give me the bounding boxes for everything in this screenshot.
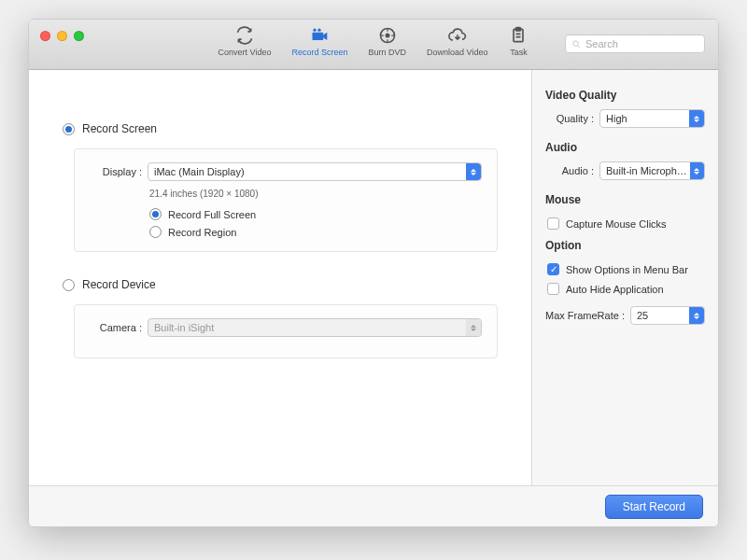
- max-framerate-value: 25: [637, 310, 648, 321]
- checkbox-icon[interactable]: [547, 283, 559, 295]
- tab-task[interactable]: Task: [508, 25, 529, 57]
- display-value: iMac (Main Display): [154, 166, 245, 177]
- display-hint: 21.4 inches (1920 × 1080): [149, 189, 482, 199]
- radio-icon[interactable]: [149, 226, 162, 238]
- side-panel: Video Quality Quality : High Audio Audio…: [531, 70, 718, 485]
- option-heading: Option: [545, 239, 705, 252]
- record-device-option[interactable]: Record Device: [63, 278, 503, 291]
- max-framerate-label: Max FrameRate :: [545, 310, 625, 321]
- camera-select: Built-in iSight: [148, 318, 482, 337]
- audio-select[interactable]: Built-in Microphone: [599, 161, 705, 180]
- radio-icon[interactable]: [63, 123, 75, 135]
- video-quality-heading: Video Quality: [545, 89, 705, 102]
- record-full-label: Record Full Screen: [168, 209, 256, 220]
- svg-point-4: [386, 34, 388, 36]
- chevron-updown-icon: [466, 163, 481, 180]
- radio-icon[interactable]: [63, 279, 75, 291]
- camera-value: Built-in iSight: [154, 322, 214, 333]
- record-region-label: Record Region: [168, 227, 236, 238]
- show-options-label: Show Options in Menu Bar: [566, 264, 688, 275]
- search-input[interactable]: Search: [565, 35, 705, 53]
- tab-label: Task: [510, 48, 528, 57]
- capture-clicks-label: Capture Mouse Clicks: [566, 218, 667, 230]
- tab-download-video[interactable]: Download Video: [427, 25, 487, 57]
- record-region-option[interactable]: Record Region: [149, 226, 482, 238]
- auto-hide-label: Auto Hide Application: [566, 284, 664, 295]
- max-framerate-select[interactable]: 25: [630, 306, 705, 325]
- tab-label: Record Screen: [291, 48, 347, 57]
- mouse-heading: Mouse: [545, 193, 705, 206]
- tab-label: Burn DVD: [369, 48, 407, 57]
- chevron-updown-icon: [689, 307, 704, 324]
- disc-icon: [377, 25, 398, 46]
- search-placeholder: Search: [585, 38, 618, 49]
- camera-icon: [309, 25, 330, 46]
- quality-value: High: [606, 113, 627, 124]
- record-device-label: Record Device: [82, 278, 156, 291]
- chevron-updown-icon: [689, 110, 704, 127]
- toolbar: Convert Video Record Screen Burn DVD Dow…: [218, 25, 529, 57]
- chevron-updown-icon: [690, 162, 704, 179]
- tab-label: Convert Video: [218, 48, 272, 57]
- record-screen-label: Record Screen: [82, 122, 157, 135]
- svg-rect-6: [516, 28, 521, 31]
- show-options-menubar[interactable]: Show Options in Menu Bar: [547, 263, 703, 275]
- tab-label: Download Video: [427, 48, 487, 57]
- audio-heading: Audio: [545, 141, 705, 154]
- tab-burn-dvd[interactable]: Burn DVD: [369, 25, 407, 57]
- record-screen-panel: Display : iMac (Main Display) 21.4 inche…: [74, 148, 498, 252]
- checkbox-icon[interactable]: [547, 263, 559, 275]
- minimize-icon[interactable]: [57, 31, 67, 41]
- chevron-updown-icon: [466, 319, 481, 336]
- svg-point-2: [318, 29, 321, 32]
- display-select[interactable]: iMac (Main Display): [148, 162, 482, 181]
- clipboard-icon: [508, 25, 529, 46]
- tab-record-screen[interactable]: Record Screen: [291, 25, 347, 57]
- zoom-icon[interactable]: [74, 31, 84, 41]
- audio-value: Built-in Microphone: [606, 165, 690, 176]
- radio-icon[interactable]: [149, 208, 162, 220]
- record-screen-option[interactable]: Record Screen: [63, 122, 503, 135]
- app-window: Convert Video Record Screen Burn DVD Dow…: [28, 19, 719, 527]
- main-panel: Record Screen Display : iMac (Main Displ…: [29, 70, 531, 485]
- display-label: Display :: [90, 166, 142, 177]
- svg-point-1: [314, 29, 317, 32]
- convert-icon: [234, 25, 255, 46]
- body: Record Screen Display : iMac (Main Displ…: [29, 70, 718, 485]
- start-record-button[interactable]: Start Record: [605, 495, 703, 519]
- record-full-screen-option[interactable]: Record Full Screen: [149, 208, 482, 220]
- quality-label: Quality :: [545, 113, 594, 124]
- auto-hide-option[interactable]: Auto Hide Application: [547, 283, 703, 295]
- checkbox-icon[interactable]: [547, 217, 559, 230]
- footer: Start Record: [29, 485, 718, 526]
- svg-point-7: [573, 40, 579, 46]
- tab-convert-video[interactable]: Convert Video: [218, 25, 272, 57]
- audio-label: Audio :: [545, 165, 594, 176]
- cloud-download-icon: [447, 25, 468, 46]
- quality-select[interactable]: High: [599, 109, 705, 128]
- titlebar: Convert Video Record Screen Burn DVD Dow…: [29, 20, 718, 70]
- close-icon[interactable]: [40, 31, 50, 41]
- window-controls: [40, 31, 84, 41]
- record-device-panel: Camera : Built-in iSight: [74, 304, 498, 358]
- svg-rect-0: [313, 33, 324, 40]
- camera-label: Camera :: [90, 322, 142, 333]
- capture-clicks-option[interactable]: Capture Mouse Clicks: [547, 217, 703, 230]
- search-icon: [571, 39, 582, 49]
